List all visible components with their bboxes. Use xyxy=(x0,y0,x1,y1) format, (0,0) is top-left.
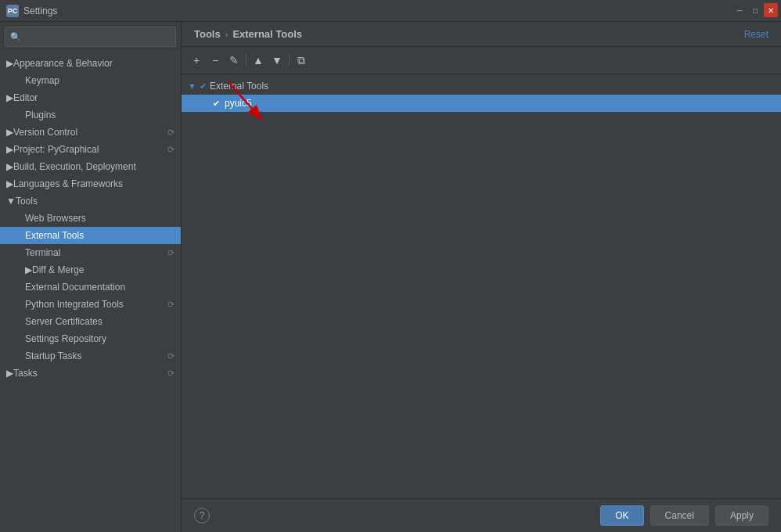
nav-section: ▶ Appearance & Behavior Keymap ▶ Editor … xyxy=(0,52,181,532)
reset-button[interactable]: Reset xyxy=(744,29,768,40)
sidebar-item-label: Server Certificates xyxy=(25,316,103,327)
toolbar: + − ✎ ▲ ▼ ⧉ xyxy=(182,47,781,74)
sidebar-item-diff-merge[interactable]: ▶ Diff & Merge xyxy=(0,261,181,279)
sidebar-item-tasks[interactable]: ▶ Tasks ⟳ xyxy=(0,365,181,382)
sidebar-item-label: Tasks xyxy=(13,368,38,379)
expand-arrow-icon: ▼ xyxy=(6,196,16,207)
sidebar-item-label: Project: PyGraphical xyxy=(13,144,99,155)
sidebar-item-external-documentation[interactable]: External Documentation xyxy=(0,279,181,296)
breadcrumb-separator: › xyxy=(225,30,229,39)
sidebar-item-languages[interactable]: ▶ Languages & Frameworks xyxy=(0,175,181,192)
sidebar-item-label: Version Control xyxy=(13,127,77,138)
breadcrumb-root: Tools xyxy=(194,28,221,40)
sidebar: 🔍 ▶ Appearance & Behavior Keymap ▶ Edito… xyxy=(0,22,182,532)
sidebar-item-web-browsers[interactable]: Web Browsers xyxy=(0,210,181,227)
expand-arrow-icon: ▶ xyxy=(6,127,13,138)
sidebar-item-label: Appearance & Behavior xyxy=(13,58,113,69)
annotation-arrow xyxy=(182,74,781,498)
move-up-button[interactable]: ▲ xyxy=(250,52,267,69)
sidebar-item-label: Web Browsers xyxy=(25,213,86,224)
sidebar-item-project[interactable]: ▶ Project: PyGraphical ⟳ xyxy=(0,141,181,158)
sidebar-item-label: External Documentation xyxy=(25,282,125,293)
sidebar-item-label: Languages & Frameworks xyxy=(13,178,123,189)
breadcrumb-current: External Tools xyxy=(232,28,302,40)
tree-item-label: pyuic5 xyxy=(225,98,252,109)
add-button[interactable]: + xyxy=(188,52,205,69)
expand-arrow-icon: ▶ xyxy=(6,144,13,155)
expand-arrow-icon: ▶ xyxy=(6,58,13,69)
sidebar-item-label: Terminal xyxy=(25,247,60,258)
footer-right: OK Cancel Apply xyxy=(600,505,768,526)
startup-icon: ⟳ xyxy=(167,351,175,361)
expand-arrow-icon: ▶ xyxy=(6,178,13,189)
tree-area: ▼ ✔ External Tools ✔ pyuic5 xyxy=(182,74,781,498)
sidebar-item-label: Startup Tasks xyxy=(25,350,81,361)
cancel-button[interactable]: Cancel xyxy=(650,505,709,526)
python-icon: ⟳ xyxy=(167,300,175,310)
expand-arrow-icon: ▶ xyxy=(6,368,13,379)
move-down-button[interactable]: ▼ xyxy=(268,52,286,69)
tree-group-label: External Tools xyxy=(210,81,268,92)
tasks-icon: ⟳ xyxy=(167,368,175,379)
sidebar-item-label: Plugins xyxy=(25,110,56,120)
sidebar-item-label: Build, Execution, Deployment xyxy=(13,161,136,172)
search-input[interactable] xyxy=(24,31,171,42)
content-area: Tools › External Tools Reset + − ✎ ▲ ▼ ⧉… xyxy=(182,22,781,532)
maximize-button[interactable]: □ xyxy=(748,3,762,17)
sidebar-item-external-tools[interactable]: External Tools xyxy=(0,227,181,244)
sidebar-item-startup-tasks[interactable]: Startup Tasks ⟳ xyxy=(0,347,181,365)
sidebar-item-label: Python Integrated Tools xyxy=(25,299,124,310)
expand-arrow-icon: ▶ xyxy=(6,161,13,172)
item-check-icon: ✔ xyxy=(213,99,220,109)
sidebar-item-label: External Tools xyxy=(25,230,84,241)
sidebar-item-python-integrated-tools[interactable]: Python Integrated Tools ⟳ xyxy=(0,296,181,313)
group-check-icon: ✔ xyxy=(200,81,207,92)
tree-item-pyuic5[interactable]: ✔ pyuic5 xyxy=(182,95,781,112)
sync-icon: ⟳ xyxy=(167,128,175,138)
edit-button[interactable]: ✎ xyxy=(225,52,243,69)
sidebar-item-settings-repository[interactable]: Settings Repository xyxy=(0,330,181,347)
group-expand-icon: ▼ xyxy=(188,81,196,91)
sidebar-item-label: Diff & Merge xyxy=(32,264,84,275)
remove-button[interactable]: − xyxy=(207,52,224,69)
sidebar-item-label: Tools xyxy=(16,196,38,207)
sidebar-item-label: Editor xyxy=(13,92,38,103)
sidebar-item-label: Settings Repository xyxy=(25,333,106,344)
sidebar-item-appearance[interactable]: ▶ Appearance & Behavior xyxy=(0,55,181,72)
project-icon: ⟳ xyxy=(167,145,175,155)
sidebar-item-version-control[interactable]: ▶ Version Control ⟳ xyxy=(0,124,181,141)
sidebar-item-tools[interactable]: ▼ Tools xyxy=(0,192,181,210)
breadcrumb: Tools › External Tools xyxy=(194,28,302,40)
sidebar-item-plugins[interactable]: Plugins xyxy=(0,106,181,124)
toolbar-separator xyxy=(246,54,247,66)
expand-arrow-icon: ▶ xyxy=(6,92,13,103)
search-box[interactable]: 🔍 xyxy=(5,27,176,47)
tree-group-external-tools[interactable]: ▼ ✔ External Tools xyxy=(182,77,781,95)
window-controls: ─ □ ✕ xyxy=(732,3,778,17)
main-layout: 🔍 ▶ Appearance & Behavior Keymap ▶ Edito… xyxy=(0,22,781,532)
window-title: Settings xyxy=(23,5,57,16)
close-button[interactable]: ✕ xyxy=(764,3,778,17)
sidebar-item-server-certificates[interactable]: Server Certificates xyxy=(0,313,181,330)
sidebar-item-label: Keymap xyxy=(25,75,59,86)
toolbar-separator-2 xyxy=(289,54,290,66)
sidebar-item-keymap[interactable]: Keymap xyxy=(0,72,181,89)
help-button[interactable]: ? xyxy=(194,508,210,523)
expand-arrow-icon: ▶ xyxy=(25,264,32,275)
search-icon: 🔍 xyxy=(10,32,21,42)
sidebar-item-terminal[interactable]: Terminal ⟳ xyxy=(0,244,181,261)
sidebar-item-editor[interactable]: ▶ Editor xyxy=(0,89,181,106)
app-icon: PC xyxy=(6,5,19,17)
copy-button[interactable]: ⧉ xyxy=(293,52,310,69)
apply-button[interactable]: Apply xyxy=(715,505,768,526)
ok-button[interactable]: OK xyxy=(600,505,643,526)
titlebar: PC Settings ─ □ ✕ xyxy=(0,0,781,22)
content-header: Tools › External Tools Reset xyxy=(182,22,781,47)
minimize-button[interactable]: ─ xyxy=(732,3,747,17)
sync-icon: ⟳ xyxy=(167,248,175,258)
footer: ? OK Cancel Apply xyxy=(182,498,781,532)
sidebar-item-build[interactable]: ▶ Build, Execution, Deployment xyxy=(0,158,181,175)
footer-left: ? xyxy=(194,508,210,523)
